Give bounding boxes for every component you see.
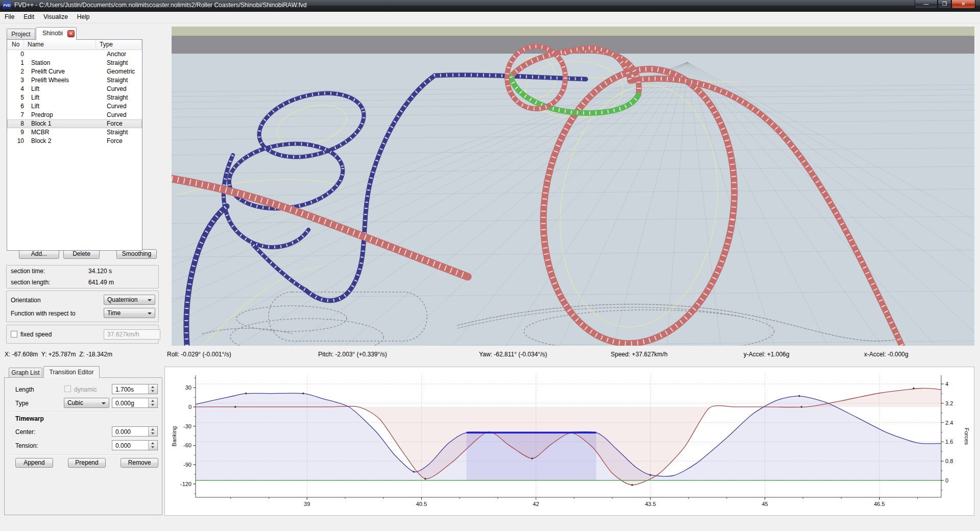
left-tick-label: -60 <box>183 442 192 448</box>
table-row[interactable]: 10Block 2Force <box>7 137 142 146</box>
node-dot[interactable] <box>798 395 800 397</box>
menu-item-help[interactable]: Help <box>73 12 94 23</box>
table-row[interactable]: 1StationStraight <box>7 59 142 67</box>
menu-item-file[interactable]: File <box>0 12 19 23</box>
node-dot[interactable] <box>413 471 415 473</box>
type-select[interactable]: Cubic <box>64 398 109 408</box>
node-dot[interactable] <box>245 393 247 395</box>
node-dot[interactable] <box>801 406 803 408</box>
node-dot[interactable] <box>424 478 426 480</box>
function-label: Function with respect to <box>11 310 76 317</box>
node-dot[interactable] <box>302 393 304 395</box>
spinner-arrows-icon[interactable] <box>148 384 157 394</box>
horizon-strip <box>172 27 974 36</box>
table-row[interactable]: 0Anchor <box>7 50 142 59</box>
right-tick-label: 0 <box>945 477 948 484</box>
cell-type: Curved <box>103 102 142 111</box>
orientation-select[interactable]: Quaternion <box>104 295 155 305</box>
x-tick-label: 43.5 <box>645 501 656 507</box>
dynamic-checkbox[interactable] <box>64 385 71 392</box>
node-dot[interactable] <box>631 484 633 486</box>
tab-shinobi-label: Shinobi <box>42 30 63 37</box>
cell-name: MCBR <box>28 128 103 137</box>
tab-project[interactable]: Project <box>7 29 35 40</box>
table-row[interactable]: 8Block 1Force <box>7 119 142 128</box>
title-bar[interactable]: FVD FVD++ - C:/Users/Justin/Documents/co… <box>0 0 980 12</box>
status-field: Yaw: -62.811° (-0.034°/s) <box>479 351 547 358</box>
table-row[interactable]: 3Prelift WheelsStraight <box>7 76 142 85</box>
menu-item-visualize[interactable]: Visualize <box>39 12 73 23</box>
accel-stepper[interactable]: 0.000g <box>112 398 158 408</box>
function-select[interactable]: Time <box>104 308 155 318</box>
node-dot[interactable] <box>913 388 915 390</box>
node-dot[interactable] <box>650 474 652 476</box>
cell-type: Curved <box>103 111 142 119</box>
x-tick-label: 46.5 <box>874 501 885 507</box>
spinner-arrows-icon[interactable] <box>148 441 157 450</box>
transition-graph[interactable]: 300-30-60-90-12043.22.41.60.803940.54243… <box>165 367 974 515</box>
cell-no: 3 <box>7 76 28 85</box>
restore-button[interactable]: ❐ <box>938 0 951 9</box>
timewarp-heading: Timewarp <box>15 415 44 422</box>
append-button[interactable]: Append <box>15 458 53 468</box>
tab-transition-editor[interactable]: Transition Editor <box>43 366 100 378</box>
cell-type: Force <box>103 119 142 128</box>
left-tick-label: -120 <box>180 481 192 487</box>
center-stepper[interactable]: 0.000 <box>112 426 158 437</box>
fixed-speed-input[interactable]: 37.627km/h <box>104 329 160 340</box>
cell-name: Lift <box>28 93 103 102</box>
left-tick-label: -30 <box>183 423 192 429</box>
cell-type: Straight <box>103 59 142 67</box>
prepend-button[interactable]: Prepend <box>68 458 106 468</box>
close-button[interactable]: ✕ <box>951 0 975 9</box>
cell-no: 8 <box>7 119 28 128</box>
minimize-button[interactable]: — <box>915 0 938 9</box>
viewport-3d[interactable] <box>172 27 974 346</box>
x-tick-label: 45 <box>762 501 768 507</box>
left-tick-label: -90 <box>183 462 192 468</box>
spinner-arrows-icon[interactable] <box>148 398 157 407</box>
table-row[interactable]: 9MCBRStraight <box>7 128 142 137</box>
tension-stepper[interactable]: 0.000 <box>112 440 158 450</box>
column-no: No <box>7 40 24 50</box>
orientation-label: Orientation <box>11 297 41 304</box>
section-info-box: section time: 34.120 s section length: 6… <box>6 265 159 288</box>
right-tick-label: 1.6 <box>945 439 953 445</box>
sky <box>172 27 974 346</box>
menu-item-edit[interactable]: Edit <box>19 12 39 23</box>
length-stepper[interactable]: 1.700s <box>112 384 158 394</box>
tab-graph-list[interactable]: Graph List <box>9 368 42 378</box>
cell-type: Anchor <box>103 50 142 59</box>
table-row[interactable]: 6LiftCurved <box>7 102 142 111</box>
cell-name: Lift <box>28 102 103 111</box>
node-dot[interactable] <box>234 406 236 408</box>
section-table[interactable]: No Name Type 0Anchor1StationStraight2Pre… <box>7 39 142 251</box>
status-field: Speed: +37.627km/h <box>611 351 667 358</box>
tab-shinobi[interactable]: Shinobi ✕ <box>36 27 77 40</box>
right-tick-label: 3.2 <box>945 400 953 406</box>
cell-name: Predrop <box>28 111 103 119</box>
status-bar: X: -67.608m Y: +25.787m Z: -18.342mRoll:… <box>0 347 980 361</box>
table-body: 0Anchor1StationStraight2Prelift CurveGeo… <box>7 50 142 146</box>
graph-panel[interactable]: 300-30-60-90-12043.22.41.60.803940.54243… <box>164 367 974 516</box>
tab-close-icon[interactable]: ✕ <box>67 30 75 37</box>
table-row[interactable]: 2Prelift CurveGeometric <box>7 67 142 76</box>
spinner-arrows-icon[interactable] <box>148 427 157 436</box>
cell-no: 7 <box>7 111 28 119</box>
graph-plot[interactable]: 300-30-60-90-12043.22.41.60.803940.54243… <box>171 375 970 507</box>
x-tick-label: 39 <box>304 501 310 507</box>
cell-no: 1 <box>7 59 28 67</box>
table-row[interactable]: 4LiftCurved <box>7 85 142 93</box>
right-tick-label: 0.8 <box>945 458 953 464</box>
chevron-down-icon <box>148 312 152 315</box>
remove-button[interactable]: Remove <box>121 458 158 468</box>
section-time-label: section time: <box>11 266 45 277</box>
node-dot[interactable] <box>531 457 533 460</box>
type-label: Type <box>15 400 29 407</box>
fixed-speed-checkbox[interactable] <box>11 331 17 337</box>
table-row[interactable]: 7PredropCurved <box>7 111 142 119</box>
table-row[interactable]: 5LiftStraight <box>7 93 142 102</box>
orientation-value: Quaternion <box>107 296 137 303</box>
function-value: Time <box>107 309 121 317</box>
selected-transition-region[interactable] <box>467 432 596 480</box>
